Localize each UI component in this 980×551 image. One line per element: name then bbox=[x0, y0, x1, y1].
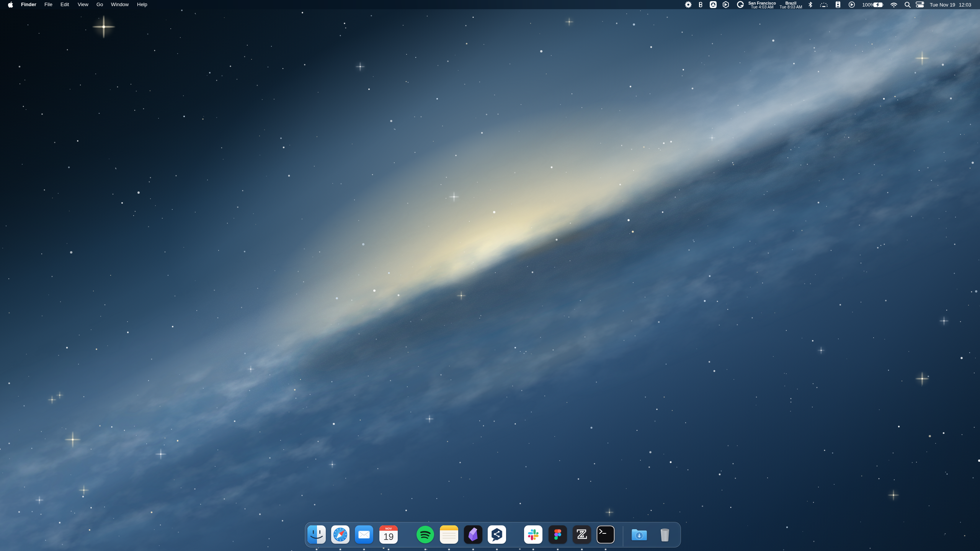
svg-text:19: 19 bbox=[383, 531, 394, 542]
svg-text:NOV: NOV bbox=[385, 527, 392, 530]
